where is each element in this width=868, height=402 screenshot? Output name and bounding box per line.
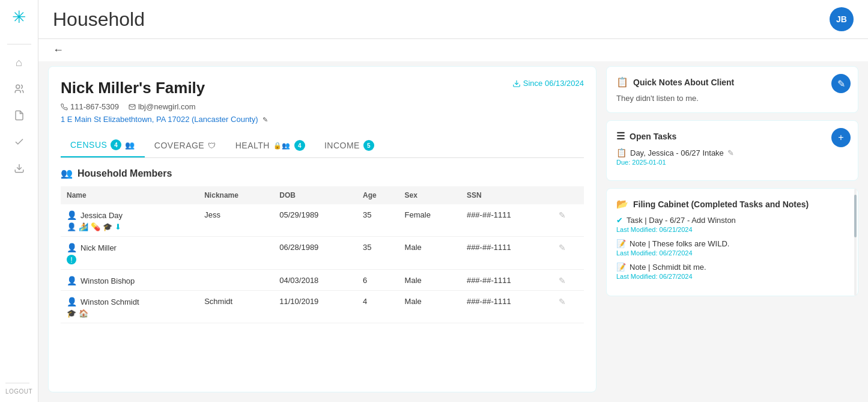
- member-age-cell: 6: [357, 270, 399, 291]
- logout-label[interactable]: LOGOUT: [5, 388, 32, 395]
- task-doc-icon: 📋: [616, 148, 627, 157]
- member-icon-1[interactable]: 👤: [67, 222, 76, 231]
- tab-health[interactable]: HEALTH 🔒👥 4: [226, 133, 315, 157]
- family-name: Nick Miller's Family: [61, 79, 205, 97]
- edit-member-icon[interactable]: ✎: [559, 243, 566, 252]
- add-task-button[interactable]: +: [831, 128, 851, 147]
- phone-info: 111-867-5309: [61, 102, 119, 111]
- users-icon[interactable]: [7, 77, 31, 101]
- list-item: ✔ Task | Day - 6/27 - Add Winston Last M…: [616, 216, 848, 233]
- sidebar-bottom: LOGOUT: [5, 378, 32, 395]
- home-icon[interactable]: ⌂: [7, 50, 31, 75]
- address-row: 1 E Main St Elizabethtown, PA 17022 (Lan…: [61, 115, 584, 124]
- edit-member-icon[interactable]: ✎: [559, 210, 566, 220]
- since-label: Since 06/13/2024: [512, 79, 584, 88]
- tab-census[interactable]: CENSUS 4 👥: [61, 133, 145, 157]
- sidebar-divider-bottom: [5, 383, 29, 383]
- note2-icon: 📝: [616, 263, 626, 272]
- quick-notes-card: 📋 Quick Notes About Client ✎ They didn't…: [606, 66, 858, 113]
- list-item: 📝 Note | These folks are WILD. Last Modi…: [616, 239, 848, 257]
- filing-note-title: 📝 Note | These folks are WILD.: [616, 239, 848, 248]
- tabs: CENSUS 4 👥 COVERAGE 🛡 HEALTH 🔒👥 4 INCOME…: [61, 133, 584, 158]
- document-icon[interactable]: [7, 103, 31, 127]
- left-panel: Nick Miller's Family Since 06/13/2024 11…: [48, 66, 596, 392]
- tasks-icon: ☰: [616, 130, 625, 142]
- task-due-date: Due: 2025-01-01: [616, 159, 848, 166]
- member-dob-cell: 06/28/1989: [273, 237, 357, 270]
- filing-note2-title: 📝 Note | Schmidt bit me.: [616, 263, 848, 272]
- check-complete-icon: ✔: [616, 216, 623, 225]
- tab-census-icon: 👥: [125, 141, 135, 150]
- member-ssn-cell: ###-##-1111: [461, 237, 553, 270]
- member-edit-cell: ✎: [553, 204, 584, 237]
- check-tasks-icon[interactable]: [7, 130, 31, 154]
- download-icon[interactable]: [7, 156, 31, 180]
- sidebar: ✳ ⌂ LOGOUT: [0, 0, 38, 402]
- notes-icon: 📋: [616, 76, 628, 88]
- member-action-icons: 👤 🏄 💊 🎓 ⬇: [67, 222, 192, 231]
- member-icon-4[interactable]: 🎓: [103, 222, 112, 231]
- table-row: 👤 Nick Miller ! 06/28/1989 35 Male ###-#…: [61, 237, 584, 270]
- main-content: Household JB ← Nick Miller's Family Sinc…: [38, 0, 868, 402]
- member-home-icon[interactable]: 🏠: [79, 309, 88, 318]
- member-sex-cell: Male: [399, 270, 461, 291]
- member-action-icons: 🎓 🏠: [67, 309, 192, 318]
- filing-task-title: ✔ Task | Day - 6/27 - Add Winston: [616, 216, 848, 225]
- table-row: 👤 Winston Bishop 04/03/2018 6 Male ###-#…: [61, 270, 584, 291]
- member-nickname-cell: Jess: [198, 204, 273, 237]
- edit-address-icon[interactable]: ✎: [263, 116, 268, 123]
- member-nickname-cell: [198, 270, 273, 291]
- tab-coverage[interactable]: COVERAGE 🛡: [145, 133, 226, 157]
- user-avatar[interactable]: JB: [830, 7, 854, 31]
- member-ssn-cell: ###-##-1111: [461, 291, 553, 323]
- member-grad-icon[interactable]: 🎓: [67, 309, 76, 318]
- task-edit-icon[interactable]: ✎: [727, 148, 734, 157]
- filing-icon: 📂: [616, 198, 628, 210]
- table-row: 👤 Jessica Day 👤 🏄 💊 🎓 ⬇ Jess: [61, 204, 584, 237]
- member-warning-icon[interactable]: !: [67, 255, 76, 264]
- scrollbar-thumb: [854, 195, 857, 237]
- member-name-cell: 👤 Winston Schmidt 🎓 🏠: [61, 291, 198, 323]
- member-name-cell: 👤 Jessica Day 👤 🏄 💊 🎓 ⬇: [61, 204, 198, 237]
- filing-cabinet-title: 📂 Filing Cabinet (Completed Tasks and No…: [616, 198, 848, 210]
- tab-income[interactable]: INCOME 5: [315, 133, 384, 157]
- filing-date: Last Modified: 06/27/2024: [616, 249, 848, 257]
- member-sex-cell: Female: [399, 204, 461, 237]
- member-ssn-cell: ###-##-1111: [461, 270, 553, 291]
- members-table: Name Nickname DOB Age Sex SSN 👤: [61, 186, 584, 323]
- tab-health-badge: 4: [294, 140, 305, 151]
- member-edit-cell: ✎: [553, 291, 584, 323]
- quick-notes-title: 📋 Quick Notes About Client: [616, 76, 848, 88]
- edit-notes-button[interactable]: ✎: [831, 74, 851, 93]
- members-section-title: 👥 Household Members: [61, 168, 584, 179]
- content-area: Nick Miller's Family Since 06/13/2024 11…: [38, 61, 868, 402]
- member-icon-2[interactable]: 🏄: [79, 222, 88, 231]
- edit-member-icon[interactable]: ✎: [559, 297, 566, 306]
- member-ssn-cell: ###-##-1111: [461, 204, 553, 237]
- member-icon-5[interactable]: ⬇: [115, 222, 121, 231]
- back-button[interactable]: ←: [53, 44, 64, 56]
- member-sex-cell: Male: [399, 237, 461, 270]
- right-panel: 📋 Quick Notes About Client ✎ They didn't…: [606, 66, 858, 392]
- list-item: 📝 Note | Schmidt bit me. Last Modified: …: [616, 263, 848, 280]
- table-row: 👤 Winston Schmidt 🎓 🏠 Schmidt 11/10/2019…: [61, 291, 584, 323]
- tab-coverage-icon: 🛡: [208, 141, 216, 150]
- contact-info: 111-867-5309 lbj@newgirl.com: [61, 102, 584, 111]
- col-actions: [553, 186, 584, 204]
- member-icon-3[interactable]: 💊: [91, 222, 100, 231]
- member-dob-cell: 11/10/2019: [273, 291, 357, 323]
- col-dob: DOB: [273, 186, 357, 204]
- filing-date: Last Modified: 06/27/2024: [616, 273, 848, 280]
- svg-point-0: [16, 85, 19, 88]
- member-nickname-cell: Schmidt: [198, 291, 273, 323]
- member-edit-cell: ✎: [553, 270, 584, 291]
- scrollbar-track: [854, 189, 857, 296]
- family-header: Nick Miller's Family Since 06/13/2024: [61, 79, 584, 102]
- page-title: Household: [53, 8, 145, 31]
- sidebar-divider-top: [7, 44, 31, 44]
- member-age-cell: 35: [357, 204, 399, 237]
- filing-cabinet-card: 📂 Filing Cabinet (Completed Tasks and No…: [606, 188, 858, 296]
- member-edit-cell: ✎: [553, 237, 584, 270]
- edit-member-icon[interactable]: ✎: [559, 276, 566, 285]
- member-person-icon: 👤: [67, 210, 77, 220]
